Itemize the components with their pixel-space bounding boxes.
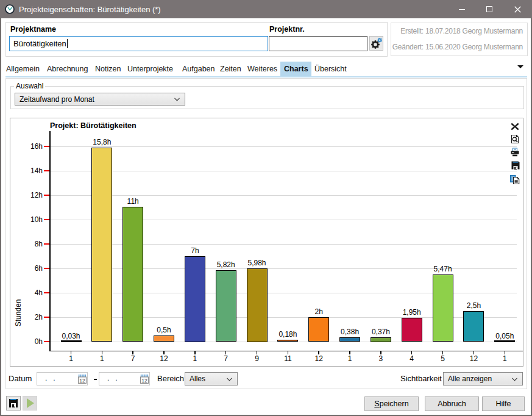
svg-text:12: 12 (79, 378, 85, 384)
svg-text:12: 12 (141, 378, 147, 384)
